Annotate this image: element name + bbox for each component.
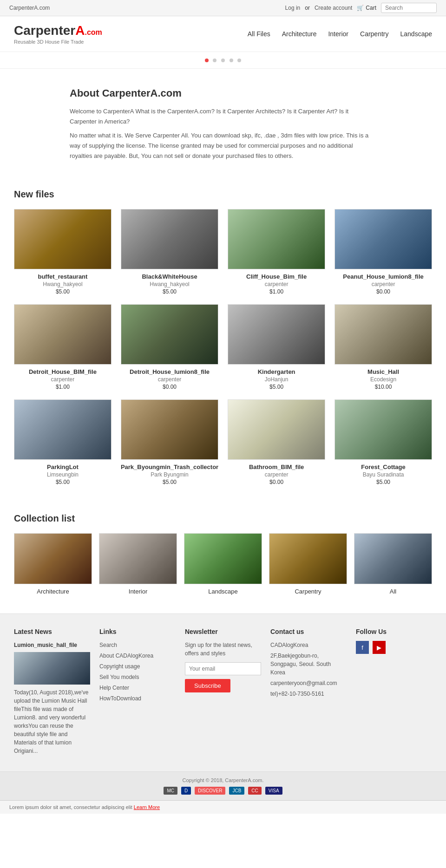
product-image-placeholder — [228, 305, 325, 364]
dot-5[interactable] — [237, 59, 241, 62]
nav-interior[interactable]: Interior — [328, 30, 348, 38]
main-nav: All Files Architecture Interior Carpentr… — [248, 30, 432, 38]
contact-company: CADAlogKorea — [270, 641, 347, 649]
link-help[interactable]: Help Center — [99, 684, 176, 692]
product-name: Detroit_House_BIM_file — [14, 368, 112, 375]
product-author: Hwang_hakyeol — [121, 281, 218, 287]
link-search[interactable]: Search — [99, 641, 176, 649]
product-price: $0.00 — [334, 288, 432, 295]
dot-2[interactable] — [213, 59, 216, 62]
collection-card[interactable]: Architecture — [14, 533, 92, 595]
news-image — [14, 652, 90, 685]
payment-mc: MC — [164, 787, 177, 795]
top-bar-actions: Log in or Create account 🛒 Cart — [285, 3, 437, 13]
product-image-placeholder — [121, 305, 218, 364]
logo[interactable]: CarpenterA.com Reusable 3D House File Tr… — [14, 23, 102, 45]
newsletter-email-input[interactable] — [185, 662, 261, 675]
link-howto[interactable]: HowToDownload — [99, 694, 176, 703]
nav-all-files[interactable]: All Files — [248, 30, 270, 38]
nav-architecture[interactable]: Architecture — [282, 30, 317, 38]
product-card[interactable]: Park_Byoungmin_Trash_collector Park Byun… — [121, 399, 218, 485]
nav-carpentry[interactable]: Carpentry — [360, 30, 388, 38]
product-image-placeholder — [14, 400, 111, 459]
copyright-text: Copyright © 2018, CarpenterA.com. — [6, 777, 440, 783]
product-card[interactable]: Detroit_House_lumion8_file carpenter $0.… — [121, 304, 218, 390]
footer-follow: Follow Us f ▶ — [356, 628, 432, 757]
product-price: $5.00 — [14, 288, 112, 295]
logo-com: .com — [85, 28, 102, 36]
bottom-bar: Lorem ipsum dolor sit amet, consectetur … — [0, 800, 446, 814]
product-name: Bathroom_BIM_file — [228, 463, 325, 470]
footer-contact: Contact us CADAlogKorea 2F,Baekjegobun-r… — [270, 628, 347, 757]
link-about[interactable]: About CADAlogKorea — [99, 652, 176, 660]
dot-1[interactable] — [205, 59, 209, 62]
link-sell[interactable]: Sell You models — [99, 673, 176, 681]
product-image-placeholder — [228, 400, 325, 459]
product-author: Limseungbin — [14, 471, 112, 478]
product-card[interactable]: Music_Hall Ecodesign $10.00 — [334, 304, 432, 390]
new-files-section: New files buffet_restaurant Hwang_hakyeo… — [0, 180, 446, 504]
collection-label: Landscape — [184, 588, 262, 595]
product-image — [334, 399, 432, 460]
collection-card[interactable]: Interior — [99, 533, 177, 595]
search-input[interactable] — [381, 3, 437, 13]
collection-image — [269, 533, 347, 584]
product-image — [228, 209, 325, 269]
product-image — [14, 399, 112, 460]
create-account-link[interactable]: Create account — [315, 5, 352, 11]
product-author: carpenter — [228, 471, 325, 478]
product-price: $5.00 — [334, 479, 432, 485]
footer: Latest News Lumion_music_hall_file Today… — [0, 613, 446, 771]
slider-dots — [0, 52, 446, 69]
bottom-text: Lorem ipsum dolor sit amet, consectetur … — [9, 804, 132, 810]
collection-card[interactable]: All — [354, 533, 432, 595]
subscribe-button[interactable]: Subscribe — [185, 679, 230, 692]
learn-more-link[interactable]: Learn More — [134, 804, 160, 810]
product-card[interactable]: Kindergarten JoHanjun $5.00 — [228, 304, 325, 390]
youtube-icon[interactable]: ▶ — [373, 641, 386, 654]
product-card[interactable]: Black&WhiteHouse Hwang_hakyeol $5.00 — [121, 209, 218, 295]
logo-text: CarpenterA.com — [14, 23, 102, 38]
footer-latest-news: Latest News Lumion_music_hall_file Today… — [14, 628, 90, 757]
product-author: carpenter — [14, 376, 112, 383]
product-author: Park Byungmin — [121, 471, 218, 478]
logo-red-letter: A — [75, 23, 85, 38]
product-card[interactable]: Cliff_House_Bim_file carpenter $1.00 — [228, 209, 325, 295]
link-copyright[interactable]: Copyright usage — [99, 662, 176, 671]
product-name: Park_Byoungmin_Trash_collector — [121, 463, 218, 470]
product-card[interactable]: Detroit_House_BIM_file carpenter $1.00 — [14, 304, 112, 390]
nav-landscape[interactable]: Landscape — [400, 30, 432, 38]
product-image — [334, 304, 432, 365]
footer-newsletter: Newsletter Sign up for the latest news, … — [185, 628, 261, 757]
dot-3[interactable] — [221, 59, 225, 62]
cart-button[interactable]: 🛒 Cart — [357, 5, 376, 11]
facebook-icon[interactable]: f — [356, 641, 369, 654]
product-price: $0.00 — [121, 384, 218, 390]
product-card[interactable]: ParkingLot Limseungbin $5.00 — [14, 399, 112, 485]
product-card[interactable]: Forest_Cottage Bayu Suradinata $5.00 — [334, 399, 432, 485]
product-name: Kindergarten — [228, 368, 325, 375]
product-author: carpenter — [228, 281, 325, 287]
product-author: carpenter — [334, 281, 432, 287]
logo-tagline: Reusable 3D House File Trade — [14, 39, 102, 45]
product-image — [121, 399, 218, 460]
collection-title: Collection list — [14, 513, 432, 524]
cart-label: Cart — [366, 5, 376, 11]
product-image — [121, 304, 218, 365]
payment-d: D — [181, 787, 191, 795]
product-image-placeholder — [335, 305, 432, 364]
collection-card[interactable]: Landscape — [184, 533, 262, 595]
contact-phone: tel)+82-10-7350-5161 — [270, 690, 347, 698]
header: CarpenterA.com Reusable 3D House File Tr… — [0, 16, 446, 52]
product-card[interactable]: Bathroom_BIM_file carpenter $0.00 — [228, 399, 325, 485]
collection-card[interactable]: Carpentry — [269, 533, 347, 595]
product-name: Music_Hall — [334, 368, 432, 375]
product-card[interactable]: buffet_restaurant Hwang_hakyeol $5.00 — [14, 209, 112, 295]
product-card[interactable]: Peanut_House_lumion8_file carpenter $0.0… — [334, 209, 432, 295]
login-link[interactable]: Log in — [285, 5, 301, 11]
product-author: Ecodesign — [334, 376, 432, 383]
collection-label: Architecture — [14, 588, 92, 595]
collection-image — [14, 533, 92, 584]
dot-4[interactable] — [230, 59, 233, 62]
product-image-placeholder — [228, 209, 325, 269]
